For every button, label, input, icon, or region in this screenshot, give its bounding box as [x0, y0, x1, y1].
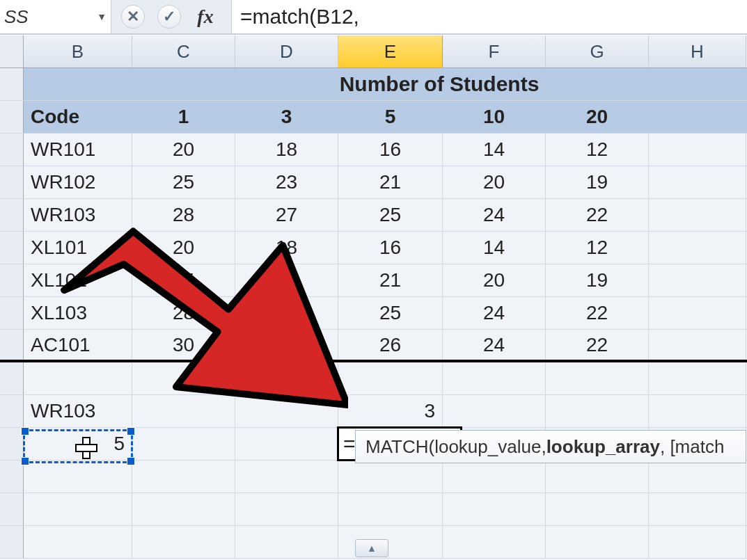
cell-b12[interactable]: 5	[24, 428, 132, 460]
cell[interactable]	[546, 461, 649, 493]
cell[interactable]	[443, 493, 546, 525]
col-header-h[interactable]: H	[649, 35, 746, 67]
col-header-g[interactable]: G	[546, 35, 649, 67]
cell[interactable]	[649, 134, 746, 166]
cell[interactable]: 30	[132, 330, 235, 360]
cell[interactable]: 22	[546, 297, 649, 329]
cell[interactable]: 21	[338, 166, 443, 198]
cell[interactable]: WR102	[24, 166, 132, 198]
cell[interactable]: 19	[546, 166, 649, 198]
cell[interactable]	[338, 461, 443, 493]
cell[interactable]	[24, 461, 132, 493]
cell-b11[interactable]: WR103	[24, 395, 132, 427]
cell[interactable]: 28	[132, 199, 235, 231]
cell[interactable]	[649, 264, 746, 296]
header-f[interactable]: 10	[443, 101, 546, 133]
col-header-d[interactable]: D	[235, 35, 338, 67]
cell[interactable]: 16	[338, 134, 443, 166]
header-d[interactable]: 3	[235, 101, 338, 133]
cell[interactable]: XL102	[24, 264, 132, 296]
cell[interactable]	[649, 330, 746, 360]
cell[interactable]: 12	[546, 232, 649, 264]
cell[interactable]	[235, 526, 338, 558]
row-header[interactable]	[0, 264, 24, 296]
cell[interactable]: 24	[443, 199, 546, 231]
col-header-f[interactable]: F	[443, 35, 546, 67]
cell[interactable]	[132, 395, 235, 427]
cell[interactable]: 25	[338, 199, 443, 231]
cell[interactable]: 28	[132, 297, 235, 329]
cell[interactable]: 21	[338, 264, 443, 296]
cell[interactable]	[443, 461, 546, 493]
cell[interactable]	[443, 395, 546, 427]
cell[interactable]: 18	[235, 232, 338, 264]
cancel-button[interactable]: ✕	[121, 5, 145, 29]
cell[interactable]	[649, 297, 746, 329]
cell[interactable]	[235, 461, 338, 493]
cell[interactable]	[132, 526, 235, 558]
cell[interactable]: 24	[443, 297, 546, 329]
cell[interactable]: 23	[235, 264, 338, 296]
cell[interactable]	[546, 493, 649, 525]
cell[interactable]: 25	[132, 264, 235, 296]
cell[interactable]	[649, 199, 746, 231]
cell[interactable]	[132, 493, 235, 525]
cell[interactable]: 16	[338, 232, 443, 264]
row-header[interactable]	[0, 493, 24, 525]
cell[interactable]: 19	[546, 264, 649, 296]
cell[interactable]	[132, 461, 235, 493]
cell[interactable]	[24, 493, 132, 525]
cell-e11[interactable]: 3	[338, 395, 443, 427]
cell[interactable]: AC101	[24, 330, 132, 360]
cell[interactable]: 22	[546, 330, 649, 360]
row-header[interactable]	[0, 297, 24, 329]
row-header[interactable]	[0, 232, 24, 264]
cell[interactable]	[132, 362, 235, 394]
cell[interactable]	[649, 101, 746, 133]
cell[interactable]	[443, 526, 546, 558]
cell[interactable]: 14	[443, 232, 546, 264]
cell[interactable]	[649, 166, 746, 198]
col-header-e[interactable]: E	[338, 35, 443, 67]
row-header[interactable]	[0, 526, 24, 558]
function-tooltip[interactable]: MATCH(lookup_value, lookup_array, [match	[355, 430, 746, 463]
row-header[interactable]	[0, 134, 24, 166]
cell[interactable]	[132, 428, 235, 460]
cell[interactable]	[235, 362, 338, 394]
cell[interactable]: 24	[443, 330, 546, 360]
cell[interactable]	[649, 232, 746, 264]
cell[interactable]	[649, 395, 746, 427]
col-header-c[interactable]: C	[132, 35, 235, 67]
cell[interactable]: 28	[235, 330, 338, 360]
cell[interactable]	[235, 395, 338, 427]
row-header[interactable]	[0, 199, 24, 231]
select-all-corner[interactable]	[0, 35, 24, 67]
cell[interactable]	[649, 362, 746, 394]
cell[interactable]	[649, 526, 746, 558]
cell[interactable]	[338, 493, 443, 525]
row-header[interactable]	[0, 428, 24, 460]
cell[interactable]: WR103	[24, 199, 132, 231]
row-header[interactable]	[0, 101, 24, 133]
cell[interactable]	[443, 362, 546, 394]
cell[interactable]	[649, 461, 746, 493]
header-e[interactable]: 5	[338, 101, 443, 133]
cell[interactable]	[546, 395, 649, 427]
cell[interactable]: XL101	[24, 232, 132, 264]
scroll-up-button[interactable]: ▲	[355, 539, 388, 557]
cell[interactable]: 14	[443, 134, 546, 166]
cell[interactable]	[546, 526, 649, 558]
cell[interactable]	[235, 493, 338, 525]
cell[interactable]	[546, 362, 649, 394]
cell[interactable]: WR101	[24, 134, 132, 166]
cell[interactable]	[235, 428, 338, 460]
cell[interactable]	[338, 362, 443, 394]
cell[interactable]	[24, 68, 132, 100]
cell[interactable]: 25	[132, 166, 235, 198]
cell[interactable]	[338, 526, 443, 558]
cell[interactable]: 20	[443, 264, 546, 296]
cell[interactable]: 20	[132, 232, 235, 264]
row-header[interactable]	[0, 330, 24, 360]
cell[interactable]: XL103	[24, 297, 132, 329]
enter-button[interactable]: ✓	[157, 5, 181, 29]
